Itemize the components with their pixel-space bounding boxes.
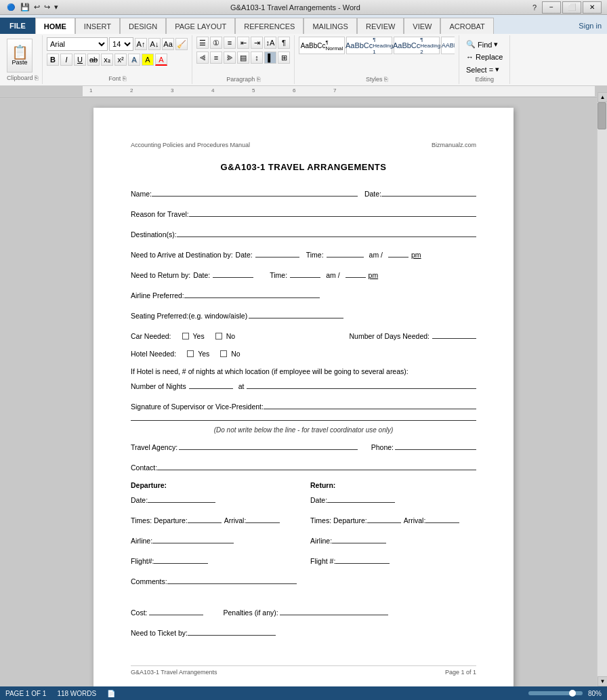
paste-button[interactable]: 📋 Paste [7,39,33,73]
seating-field[interactable] [249,309,343,318]
tab-insert[interactable]: INSERT [75,18,120,34]
highlight-button[interactable]: A [142,54,154,66]
return-pm-field[interactable] [346,268,366,278]
tab-references[interactable]: REFERENCES [235,18,304,34]
tab-page-layout[interactable]: PAGE LAYOUT [166,18,235,34]
hotel-no-checkbox[interactable]: No [220,350,240,358]
text-effect-button[interactable]: A [128,54,140,66]
clear-format-button[interactable]: 🧹 [175,38,188,50]
car-no-checkbox[interactable]: No [215,332,235,340]
font-expand[interactable]: ⎘ [123,75,126,82]
underline-button[interactable]: U [74,54,86,66]
select-dropdown-icon[interactable]: ▾ [495,65,499,74]
decrease-indent-button[interactable]: ⇤ [237,37,249,49]
tab-acrobat[interactable]: ACROBAT [440,18,493,34]
destination-field[interactable] [177,228,476,237]
quick-redo[interactable]: ↪ [44,3,50,12]
tab-design[interactable]: DESIGN [120,18,166,34]
subscript-button[interactable]: x₂ [101,54,113,66]
ret-arrival-field[interactable] [425,514,459,523]
sign-in-link[interactable]: Sign in [579,22,607,30]
shrink-font-button[interactable]: A↓ [148,38,161,50]
penalties-field[interactable] [280,606,388,615]
borders-button[interactable]: ⊞ [278,52,290,64]
quick-save[interactable]: 💾 [20,3,30,12]
tab-file[interactable]: FILE [0,18,35,34]
phone-field[interactable] [395,440,476,450]
hotel-yes-box[interactable] [187,350,194,357]
dep-date-field[interactable] [148,493,215,503]
select-button[interactable]: Select = ▾ [463,64,505,75]
align-right-button[interactable]: ⫸ [224,52,236,64]
strikethrough-button[interactable]: ab [87,54,100,66]
hotel-no-box[interactable] [220,350,227,357]
car-yes-checkbox[interactable]: Yes [182,332,205,340]
comments-field[interactable] [167,575,297,584]
increase-indent-button[interactable]: ⇥ [251,37,263,49]
reason-field[interactable] [189,207,476,217]
dep-departure-field[interactable] [188,514,222,523]
zoom-thumb[interactable] [569,690,576,697]
line-spacing-button[interactable]: ↕ [251,52,263,64]
find-dropdown-icon[interactable]: ▾ [494,40,498,49]
scroll-up-button[interactable]: ▲ [598,92,607,102]
superscript-button[interactable]: x² [114,54,127,66]
dep-flight-field[interactable] [154,554,208,564]
tab-mailings[interactable]: MAILINGS [304,18,357,34]
style-normal[interactable]: AaBbCc¶ Normal [299,37,345,54]
style-heading3[interactable]: AABBCCHeading 3 [441,37,455,54]
bold-button[interactable]: B [47,54,59,66]
signature-field[interactable] [264,400,476,409]
ret-date-field[interactable] [327,493,395,503]
replace-button[interactable]: ↔ Replace [463,52,505,62]
align-center-button[interactable]: ≡ [210,52,222,64]
sort-button[interactable]: ↕A [264,37,276,49]
style-heading1[interactable]: AaBbCc¶ Heading 1 [346,37,392,54]
shading-button[interactable]: ▌ [264,52,276,64]
airline-field[interactable] [184,289,320,298]
tab-review[interactable]: REVIEW [357,18,404,34]
show-hide-button[interactable]: ¶ [278,37,290,49]
ret-airline-field[interactable] [332,534,386,543]
minimize-button[interactable]: − [542,1,561,14]
justify-button[interactable]: ▤ [237,52,249,64]
grow-font-button[interactable]: A↑ [135,38,147,50]
nights-location-field[interactable] [247,379,476,389]
return-date-field[interactable] [213,268,253,278]
name-field[interactable] [152,187,358,197]
car-no-box[interactable] [215,333,222,339]
contact-field[interactable] [157,461,476,470]
ret-flight-field[interactable] [335,554,390,564]
italic-button[interactable]: I [60,54,72,66]
agency-field[interactable] [179,440,358,450]
styles-expand[interactable]: ⎘ [384,76,388,83]
bullets-button[interactable]: ☰ [196,37,209,49]
font-color-button[interactable]: A [155,54,167,66]
find-button[interactable]: 🔍 Find ▾ [463,39,505,49]
car-yes-box[interactable] [182,333,189,339]
return-time-field[interactable] [290,268,320,278]
close-button[interactable]: ✕ [583,1,602,14]
numbering-button[interactable]: ① [210,37,222,49]
restore-button[interactable]: ⬜ [562,1,581,14]
days-field[interactable] [432,329,476,339]
font-name-select[interactable]: Arial [47,37,108,51]
ticket-field[interactable] [188,626,276,636]
clipboard-expand[interactable]: ⎘ [35,75,38,81]
cost-field[interactable] [149,606,203,615]
arrive-date-field[interactable] [255,248,299,258]
change-case-button[interactable]: Aa [162,38,174,50]
arrive-time-field[interactable] [327,248,364,258]
paragraph-expand[interactable]: ⎘ [257,76,260,83]
scroll-down-button[interactable]: ▼ [598,676,607,686]
quick-undo[interactable]: ↩ [34,3,40,12]
tab-view[interactable]: VIEW [404,18,440,34]
scrollbar[interactable]: ▲ ▼ [597,92,607,686]
dep-arrival-field[interactable] [246,514,280,523]
style-heading2[interactable]: AaBbCc¶ Heading 2 [394,37,440,54]
scroll-thumb[interactable] [598,102,606,129]
date-field[interactable] [381,187,476,197]
ret-departure-field[interactable] [367,514,401,523]
nights-field[interactable] [189,379,233,389]
align-left-button[interactable]: ⫷ [196,52,209,64]
